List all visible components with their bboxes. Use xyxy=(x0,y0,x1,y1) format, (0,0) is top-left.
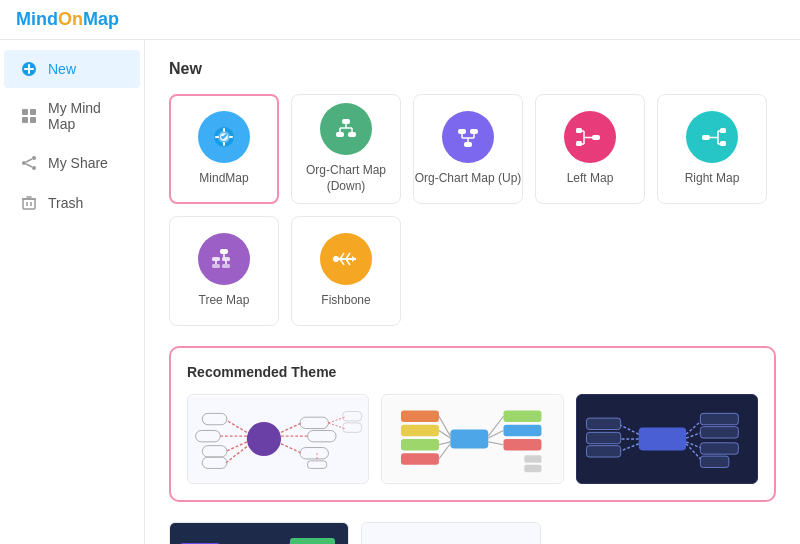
svg-rect-106 xyxy=(700,413,738,424)
org-chart-up-icon xyxy=(442,111,494,163)
svg-point-62 xyxy=(333,256,339,262)
svg-point-7 xyxy=(32,156,36,160)
theme-grid xyxy=(187,394,758,484)
svg-rect-116 xyxy=(586,432,620,443)
svg-rect-28 xyxy=(470,129,478,134)
svg-point-9 xyxy=(32,166,36,170)
svg-rect-87 xyxy=(401,411,439,422)
bottom-thumbnails xyxy=(169,522,776,544)
logo: MindOnMap xyxy=(16,9,119,30)
org-chart-up-label: Org-Chart Map (Up) xyxy=(415,171,522,187)
left-map-icon xyxy=(564,111,616,163)
svg-rect-89 xyxy=(401,439,439,450)
fishbone-label: Fishbone xyxy=(321,293,370,309)
svg-rect-95 xyxy=(504,411,542,422)
new-section-title: New xyxy=(169,60,776,78)
svg-rect-26 xyxy=(348,132,356,137)
sidebar-item-trash[interactable]: Trash xyxy=(4,184,140,222)
svg-rect-99 xyxy=(525,465,542,473)
sidebar-item-trash-label: Trash xyxy=(48,195,83,211)
svg-rect-51 xyxy=(222,257,230,261)
theme-card-2[interactable] xyxy=(381,394,563,484)
logo-map: Map xyxy=(83,9,119,29)
recommended-section: Recommended Theme xyxy=(169,346,776,502)
sidebar: New My Mind Map xyxy=(0,40,145,544)
svg-point-8 xyxy=(22,161,26,165)
svg-rect-96 xyxy=(504,425,542,436)
svg-rect-33 xyxy=(464,142,472,147)
svg-rect-86 xyxy=(451,430,489,449)
svg-rect-114 xyxy=(586,418,620,429)
content-area: New MindMap xyxy=(145,40,800,544)
fishbone-icon xyxy=(320,233,372,285)
svg-rect-20 xyxy=(342,119,350,124)
sidebar-item-new[interactable]: New xyxy=(4,50,140,88)
svg-rect-54 xyxy=(212,264,220,268)
svg-rect-97 xyxy=(504,439,542,450)
svg-rect-27 xyxy=(458,129,466,134)
tree-map-label: Tree Map xyxy=(199,293,250,309)
svg-rect-46 xyxy=(720,128,726,133)
bottom-thumb-1[interactable] xyxy=(169,522,349,544)
right-map-icon xyxy=(686,111,738,163)
svg-rect-41 xyxy=(702,135,710,140)
trash-icon xyxy=(20,194,38,212)
logo-mind: Mind xyxy=(16,9,58,29)
right-map-label: Right Map xyxy=(685,171,740,187)
mindmap-icon xyxy=(198,111,250,163)
org-chart-down-label: Org-Chart Map (Down) xyxy=(292,163,400,194)
bottom-thumb-2[interactable] xyxy=(361,522,541,544)
map-card-left-map[interactable]: Left Map xyxy=(535,94,645,204)
recommended-title: Recommended Theme xyxy=(187,364,758,380)
mindmap-label: MindMap xyxy=(199,171,248,187)
svg-point-64 xyxy=(247,422,281,456)
main-layout: New My Mind Map xyxy=(0,40,800,544)
svg-rect-34 xyxy=(592,135,600,140)
svg-rect-137 xyxy=(362,523,541,544)
map-card-org-chart-down[interactable]: Org-Chart Map (Down) xyxy=(291,94,401,204)
share-icon xyxy=(20,154,38,172)
svg-rect-4 xyxy=(30,109,36,115)
logo-on: On xyxy=(58,9,83,29)
svg-rect-25 xyxy=(336,132,344,137)
svg-rect-104 xyxy=(638,428,685,451)
sidebar-item-my-mind-map[interactable]: My Mind Map xyxy=(4,90,140,142)
sidebar-item-my-share-label: My Share xyxy=(48,155,108,171)
plus-icon xyxy=(20,60,38,78)
svg-rect-112 xyxy=(700,456,728,467)
map-card-right-map[interactable]: Right Map xyxy=(657,94,767,204)
svg-rect-55 xyxy=(222,264,230,268)
svg-rect-88 xyxy=(401,425,439,436)
tree-map-icon xyxy=(198,233,250,285)
header: MindOnMap xyxy=(0,0,800,40)
map-card-mindmap[interactable]: MindMap xyxy=(169,94,279,204)
svg-rect-6 xyxy=(30,117,36,123)
theme-card-1[interactable] xyxy=(187,394,369,484)
svg-rect-98 xyxy=(525,455,542,463)
svg-rect-12 xyxy=(23,199,35,209)
svg-line-11 xyxy=(26,164,32,167)
svg-rect-47 xyxy=(720,141,726,146)
map-card-tree-map[interactable]: Tree Map xyxy=(169,216,279,326)
grid-icon xyxy=(20,107,38,125)
svg-rect-48 xyxy=(220,249,228,254)
svg-rect-129 xyxy=(290,538,335,544)
svg-rect-108 xyxy=(700,427,738,438)
map-type-grid: MindMap Org-Chart Map (Down) xyxy=(169,94,776,326)
svg-rect-5 xyxy=(22,117,28,123)
map-card-fishbone[interactable]: Fishbone xyxy=(291,216,401,326)
map-card-org-chart-up[interactable]: Org-Chart Map (Up) xyxy=(413,94,523,204)
theme-card-3[interactable] xyxy=(576,394,758,484)
svg-rect-3 xyxy=(22,109,28,115)
svg-rect-118 xyxy=(586,446,620,457)
sidebar-item-my-mind-map-label: My Mind Map xyxy=(48,100,124,132)
svg-line-10 xyxy=(26,159,32,162)
svg-rect-40 xyxy=(576,141,582,146)
left-map-label: Left Map xyxy=(567,171,614,187)
svg-rect-50 xyxy=(212,257,220,261)
svg-rect-110 xyxy=(700,443,738,454)
org-chart-down-icon xyxy=(320,103,372,155)
svg-rect-39 xyxy=(576,128,582,133)
svg-marker-57 xyxy=(352,256,356,262)
sidebar-item-my-share[interactable]: My Share xyxy=(4,144,140,182)
